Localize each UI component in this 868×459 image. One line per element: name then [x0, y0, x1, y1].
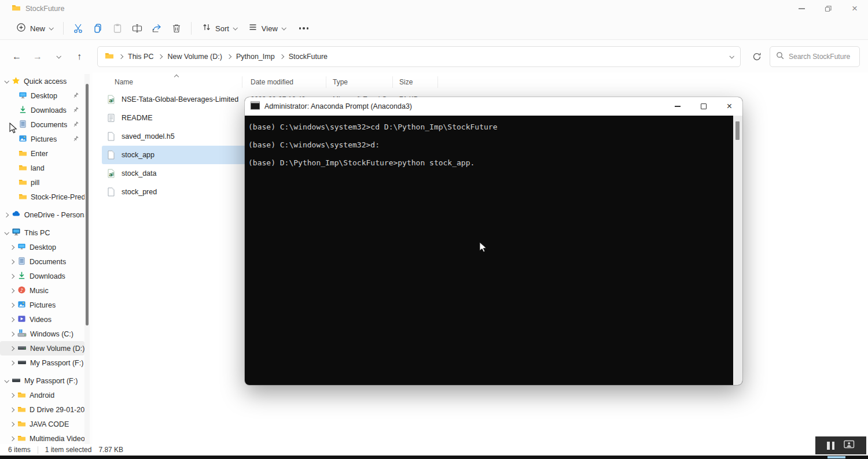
- sidebar-item-downloads[interactable]: Downloads: [0, 103, 84, 117]
- video-progress-bar[interactable]: [0, 456, 868, 459]
- column-header-type[interactable]: Type: [333, 78, 348, 86]
- sidebar-item-land[interactable]: land: [0, 161, 84, 175]
- copy-button[interactable]: [88, 19, 108, 38]
- sidebar-scrollbar-thumb[interactable]: [86, 84, 89, 325]
- chevron-collapsed-icon: [10, 421, 14, 426]
- pause-icon[interactable]: [827, 442, 834, 450]
- folder-icon: [105, 51, 114, 62]
- excel-file-icon: a: [106, 95, 116, 104]
- anaconda-prompt-window[interactable]: Administrator: Anaconda Prompt (Anaconda…: [245, 97, 742, 385]
- sort-button[interactable]: Sort: [196, 19, 242, 38]
- more-options-button[interactable]: [299, 27, 308, 29]
- chevron-right-icon: [279, 54, 284, 58]
- terminal-scrollbar-track[interactable]: [733, 116, 742, 385]
- file-row-stock-data[interactable]: a stock_data: [102, 164, 247, 183]
- chevron-collapsed-icon: [10, 407, 14, 412]
- terminal-output[interactable]: (base) C:\windows\system32>cd D:\Python_…: [245, 116, 733, 385]
- sidebar-item-d-drive[interactable]: D Drive 29-01-20: [0, 402, 84, 417]
- sidebar-item-passport-section[interactable]: My Passport (F:): [0, 373, 84, 388]
- drive-icon: [17, 357, 27, 368]
- sidebar-item-pc-desktop[interactable]: Desktop: [0, 240, 84, 254]
- chevron-right-icon: [158, 54, 163, 58]
- sidebar-item-windows-c[interactable]: Windows (C:): [0, 327, 84, 341]
- picture-in-picture-icon[interactable]: [844, 440, 855, 451]
- sidebar-item-my-passport-f[interactable]: My Passport (F:): [0, 356, 84, 370]
- folder-icon: [19, 149, 27, 159]
- column-header-size[interactable]: Size: [399, 78, 413, 86]
- forward-button[interactable]: →: [29, 48, 46, 65]
- sidebar-item-pill[interactable]: pill: [0, 175, 84, 190]
- sidebar-item-android[interactable]: Android: [0, 388, 84, 402]
- file-row-readme[interactable]: README: [102, 109, 247, 127]
- delete-button[interactable]: [167, 19, 186, 38]
- chevron-collapsed-icon: [10, 302, 14, 307]
- desktop: StockFuture × New: [0, 0, 868, 459]
- back-button[interactable]: ←: [8, 48, 25, 65]
- cut-button[interactable]: [68, 19, 88, 38]
- minimize-button[interactable]: [788, 0, 815, 17]
- chevron-right-icon: [119, 54, 123, 58]
- sidebar-item-pc-pictures[interactable]: Pictures: [0, 298, 84, 312]
- address-dropdown-icon[interactable]: [729, 54, 734, 58]
- restore-button[interactable]: [815, 0, 841, 17]
- sidebar-item-new-volume-d[interactable]: New Volume (D:): [0, 341, 84, 356]
- breadcrumb-python-imp[interactable]: Python_Imp: [236, 53, 275, 61]
- file-row-stock-pred[interactable]: stock_pred: [102, 183, 247, 201]
- sidebar-item-this-pc[interactable]: This PC: [0, 225, 84, 240]
- column-header-name[interactable]: Name: [115, 78, 133, 86]
- sort-label: Sort: [215, 24, 229, 33]
- new-label: New: [30, 24, 45, 33]
- terminal-minimize-button[interactable]: [664, 97, 690, 116]
- file-row-stock-app[interactable]: stock_app: [102, 146, 248, 164]
- sidebar-item-quick-access[interactable]: Quick access: [0, 74, 84, 88]
- breadcrumb-this-pc[interactable]: This PC: [128, 53, 153, 61]
- address-bar[interactable]: This PC New Volume (D:) Python_Imp Stock…: [97, 46, 741, 67]
- search-input[interactable]: [789, 53, 852, 61]
- document-icon: [19, 120, 27, 130]
- terminal-title: Administrator: Anaconda Prompt (Anaconda…: [264, 102, 412, 110]
- chevron-collapsed-icon: [10, 288, 14, 293]
- sidebar-item-stock-price-prediction[interactable]: Stock-Price-Predi: [0, 190, 84, 204]
- file-row-saved-model[interactable]: saved_model.h5: [102, 127, 247, 146]
- video-progress-highlight: [827, 456, 845, 458]
- chevron-expanded-icon: [4, 79, 9, 83]
- breadcrumb-new-volume[interactable]: New Volume (D:): [167, 53, 222, 61]
- sidebar-item-multimedia-videos[interactable]: Multimedia Video: [0, 431, 84, 444]
- this-pc-icon: [12, 227, 21, 238]
- desktop-icon: [17, 242, 26, 253]
- mouse-cursor-terminal: [479, 242, 487, 256]
- sidebar-item-pc-downloads[interactable]: Downloads: [0, 269, 84, 283]
- terminal-scrollbar-thumb[interactable]: [735, 121, 740, 140]
- refresh-button[interactable]: [748, 47, 766, 66]
- recent-locations-button[interactable]: [50, 48, 67, 65]
- rename-button[interactable]: [127, 19, 147, 38]
- column-headers: Name Date modified Type Size: [93, 75, 868, 90]
- sidebar-item-pc-music[interactable]: ♪ Music: [0, 283, 84, 298]
- sidebar-item-pc-documents[interactable]: Documents: [0, 254, 84, 269]
- share-button[interactable]: [147, 19, 167, 38]
- search-box[interactable]: [770, 46, 860, 67]
- mouse-cursor-sidebar: [9, 123, 17, 136]
- terminal-close-button[interactable]: ×: [716, 97, 742, 116]
- sidebar-item-enter[interactable]: Enter: [0, 146, 84, 161]
- console-icon: [251, 101, 260, 112]
- sidebar-item-onedrive[interactable]: OneDrive - Persona: [0, 208, 84, 222]
- sort-arrows-icon: [202, 23, 211, 34]
- terminal-titlebar[interactable]: Administrator: Anaconda Prompt (Anaconda…: [245, 97, 742, 116]
- paste-button[interactable]: [108, 19, 127, 38]
- breadcrumb-stockfuture[interactable]: StockFuture: [289, 53, 328, 61]
- address-row: ← → ↑ This PC New Volume (D:) Python_Imp…: [0, 40, 868, 72]
- new-button[interactable]: New: [10, 19, 58, 38]
- column-header-date-modified[interactable]: Date modified: [251, 78, 293, 86]
- chevron-collapsed-icon: [10, 346, 14, 350]
- sidebar-item-pc-videos[interactable]: Videos: [0, 312, 84, 327]
- terminal-maximize-button[interactable]: [690, 97, 716, 116]
- view-lines-icon: [248, 23, 258, 34]
- close-button[interactable]: ×: [841, 0, 868, 17]
- up-button[interactable]: ↑: [71, 48, 88, 65]
- status-bar: 6 items 1 item selected 7.87 KB: [0, 444, 868, 456]
- sidebar-item-desktop[interactable]: Desktop: [0, 88, 84, 103]
- view-button[interactable]: View: [242, 19, 291, 38]
- chevron-collapsed-icon: [4, 212, 9, 217]
- sidebar-item-java-code[interactable]: JAVA CODE: [0, 417, 84, 431]
